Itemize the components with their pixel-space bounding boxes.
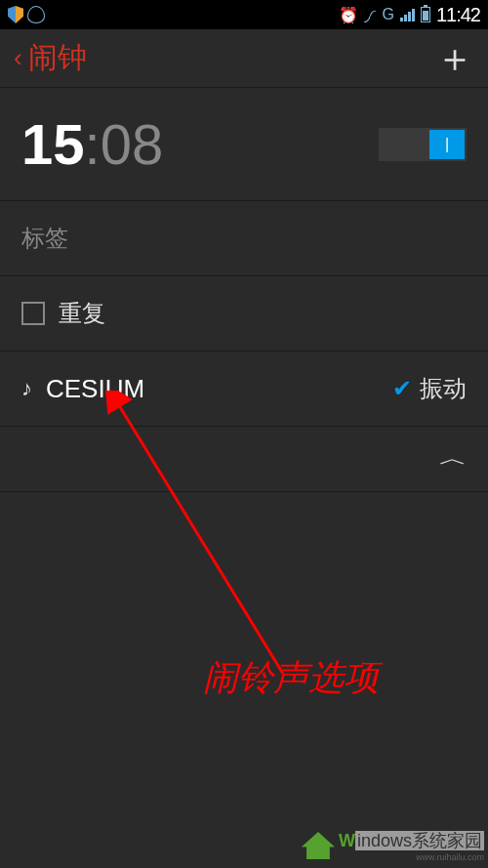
status-time: 11:42 (436, 4, 480, 26)
vibrate-label: 振动 (420, 373, 467, 404)
alarm-label-input[interactable]: 标签 (0, 201, 488, 276)
annotation-text: 闹铃声选项 (203, 654, 379, 702)
penguin-icon (27, 6, 45, 23)
repeat-label: 重复 (59, 298, 105, 329)
alarm-time[interactable]: 15:08 (21, 111, 163, 177)
watermark: Windows系统家园 www.ruihailu.com (302, 829, 484, 862)
toggle-knob-on: | (429, 130, 465, 159)
add-alarm-button[interactable]: ＋ (435, 31, 474, 85)
collapse-row[interactable]: ︿ (0, 427, 488, 492)
status-left (8, 6, 45, 23)
shield-icon (8, 6, 23, 23)
wifi-icon: ◞◜ (364, 6, 376, 24)
battery-icon (421, 7, 430, 22)
alarm-toggle[interactable]: | (379, 128, 467, 161)
status-right: ⏰ ◞◜ G 11:42 (339, 4, 480, 26)
chevron-up-icon: ︿ (439, 446, 467, 473)
repeat-row[interactable]: 重复 (0, 276, 488, 351)
alarm-time-row: 15:08 | (0, 88, 488, 201)
header-title[interactable]: 闹钟 (28, 38, 87, 78)
signal-icon (400, 8, 415, 21)
label-placeholder: 标签 (21, 225, 68, 251)
alarm-hour: 15 (21, 112, 85, 176)
back-chevron-icon[interactable]: ‹ (14, 43, 22, 73)
status-bar: ⏰ ◞◜ G 11:42 (0, 0, 488, 29)
music-note-icon: ♪ (21, 376, 32, 401)
header: ‹ 闹钟 ＋ (0, 29, 488, 88)
ringtone-name[interactable]: CESIUM (46, 374, 144, 404)
watermark-house-icon (302, 832, 335, 859)
vibrate-toggle[interactable]: ✔ 振动 (392, 373, 467, 404)
ringtone-row: ♪ CESIUM ✔ 振动 (0, 351, 488, 427)
repeat-checkbox[interactable] (21, 302, 45, 325)
checkmark-icon: ✔ (392, 375, 412, 402)
alarm-minute: 08 (101, 112, 164, 176)
network-label: G (382, 6, 393, 23)
watermark-text: Windows系统家园 www.ruihailu.com (339, 829, 484, 862)
alarm-icon: ⏰ (339, 6, 358, 24)
